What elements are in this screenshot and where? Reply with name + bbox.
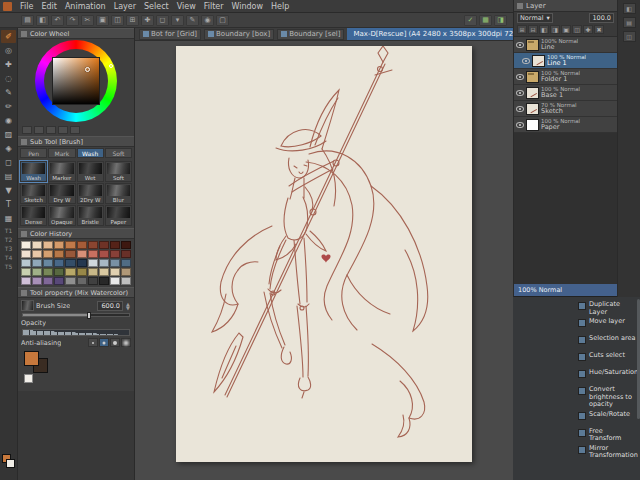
dock-tab-icon[interactable]: ▤ <box>623 17 636 28</box>
brush-preset[interactable]: Bristle <box>77 205 104 226</box>
color-swatch[interactable] <box>43 268 53 276</box>
layer-visibility-eye-icon[interactable] <box>516 106 524 112</box>
brush-preset[interactable]: Opaque <box>48 205 75 226</box>
quick-action-item[interactable]: Duplicate Layer <box>578 301 636 316</box>
menu-item[interactable]: Layer <box>110 2 140 11</box>
layer-visibility-eye-icon[interactable] <box>516 122 524 128</box>
toolbar-button[interactable]: ▾ <box>171 15 184 26</box>
toolbar-button[interactable]: ↷ <box>66 15 79 26</box>
tool-button[interactable]: ◎ <box>1 44 16 57</box>
toolbar-button[interactable]: ▣ <box>96 15 109 26</box>
color-swatch[interactable] <box>121 250 131 258</box>
color-swatch[interactable] <box>54 241 64 249</box>
menu-item[interactable]: File <box>16 2 37 11</box>
color-swatch[interactable] <box>32 277 42 285</box>
antialias-weak-button[interactable] <box>99 338 109 347</box>
color-swatch[interactable] <box>43 241 53 249</box>
layer-row[interactable]: 100 % Normal Paper <box>514 117 617 133</box>
menu-item[interactable]: Edit <box>37 2 61 11</box>
color-swatch[interactable] <box>99 259 109 267</box>
color-swatch[interactable] <box>21 241 31 249</box>
toolbar-button[interactable]: ▤ <box>21 15 34 26</box>
palette-dock-tab[interactable]: T4 <box>5 253 12 262</box>
tool-preset-button[interactable]: Boundary [sel] <box>277 29 344 40</box>
color-swatch[interactable] <box>88 277 98 285</box>
tool-button[interactable]: ✎ <box>1 86 16 99</box>
menu-item[interactable]: Window <box>227 2 267 11</box>
tool-button[interactable]: ◌ <box>1 72 16 85</box>
color-tab-icon[interactable] <box>22 126 32 134</box>
dock-tab-icon[interactable]: ◫ <box>623 31 636 42</box>
color-swatch[interactable] <box>77 268 87 276</box>
color-swatch[interactable] <box>88 250 98 258</box>
color-swatch[interactable] <box>99 277 109 285</box>
layers-toolbar-button[interactable]: ◫ <box>572 25 582 34</box>
brush-preset[interactable]: 2Dry W <box>77 183 104 204</box>
quick-action-item[interactable]: Move layer <box>578 318 636 333</box>
quick-action-item[interactable]: Cuts select <box>578 352 636 367</box>
layers-toolbar-button[interactable]: ◨ <box>550 25 560 34</box>
toolbar-button[interactable]: ✎ <box>186 15 199 26</box>
color-wheel-panel-header[interactable]: Color Wheel <box>18 28 134 39</box>
toolbar-right-button[interactable]: ✓ <box>464 15 477 26</box>
toolbar-right-button[interactable]: ▦ <box>479 15 492 26</box>
quick-action-item[interactable]: Scale/Rotate <box>578 411 636 426</box>
color-swatch[interactable] <box>21 250 31 258</box>
color-swatch[interactable] <box>65 250 75 258</box>
tool-button[interactable]: T <box>1 198 16 211</box>
layer-visibility-eye-icon[interactable] <box>522 58 530 64</box>
color-swatch[interactable] <box>65 259 75 267</box>
color-tab-icon[interactable] <box>46 126 56 134</box>
layer-visibility-eye-icon[interactable] <box>516 90 524 96</box>
color-swatch[interactable] <box>65 277 75 285</box>
color-swatch[interactable] <box>32 241 42 249</box>
menu-item[interactable]: View <box>173 2 200 11</box>
menu-item[interactable]: Select <box>140 2 173 11</box>
color-swatch[interactable] <box>43 259 53 267</box>
toolbar-button[interactable]: ✚ <box>141 15 154 26</box>
layer-visibility-eye-icon[interactable] <box>516 42 524 48</box>
quick-action-item[interactable]: Free Transform <box>578 428 636 443</box>
menu-item[interactable]: Help <box>267 2 293 11</box>
color-swatch[interactable] <box>88 241 98 249</box>
color-swatch[interactable] <box>77 250 87 258</box>
layers-toolbar-button[interactable]: ✚ <box>583 25 593 34</box>
dock-tab-icon[interactable]: ◧ <box>623 3 636 14</box>
tool-button[interactable]: ✐ <box>1 30 16 43</box>
brush-preset[interactable]: Paper <box>105 205 132 226</box>
toolbar-button[interactable]: ▢ <box>216 15 229 26</box>
tool-preset-button[interactable]: Bot for [Grid] <box>139 29 201 40</box>
layer-visibility-eye-icon[interactable] <box>516 74 524 80</box>
color-swatch[interactable] <box>43 250 53 258</box>
tool-button[interactable]: ◉ <box>1 114 16 127</box>
color-swatch[interactable] <box>110 268 120 276</box>
opacity-stepped-slider[interactable] <box>22 329 130 336</box>
tool-button[interactable]: ◻ <box>1 156 16 169</box>
color-history-panel-header[interactable]: Color History <box>18 228 134 239</box>
color-swatch[interactable] <box>121 277 131 285</box>
tool-button[interactable]: ◈ <box>1 142 16 155</box>
quick-action-item[interactable]: Convert brightness to opacity <box>578 386 636 409</box>
color-swatch[interactable] <box>21 268 31 276</box>
antialias-none-button[interactable] <box>88 338 98 347</box>
toolbar-button[interactable]: ◻ <box>156 15 169 26</box>
canvas-paper[interactable] <box>176 46 472 462</box>
color-wheel[interactable] <box>33 40 119 124</box>
layers-toolbar-button[interactable]: ⊟ <box>528 25 538 34</box>
quick-action-item[interactable]: Mirror Transformation <box>578 445 636 460</box>
subtool-group-tab[interactable]: Mark <box>48 148 75 158</box>
color-swatch[interactable] <box>65 268 75 276</box>
color-tab-icon[interactable] <box>70 126 80 134</box>
subtool-panel-header[interactable]: Sub Tool [Brush] <box>18 136 134 147</box>
menu-item[interactable]: Filter <box>200 2 228 11</box>
brush-size-value[interactable]: 600.0 <box>97 301 123 311</box>
brush-preset[interactable]: Wash <box>20 161 47 182</box>
color-swatch[interactable] <box>88 268 98 276</box>
brush-preset[interactable]: Wet <box>77 161 104 182</box>
palette-dock-tab[interactable]: T1 <box>5 226 12 235</box>
color-swatch[interactable] <box>110 259 120 267</box>
saturation-value-square[interactable] <box>52 57 100 105</box>
canvas-area[interactable] <box>135 41 513 480</box>
subtool-group-tab[interactable]: Soft <box>105 148 132 158</box>
quick-action-item[interactable]: Selection area <box>578 335 636 350</box>
